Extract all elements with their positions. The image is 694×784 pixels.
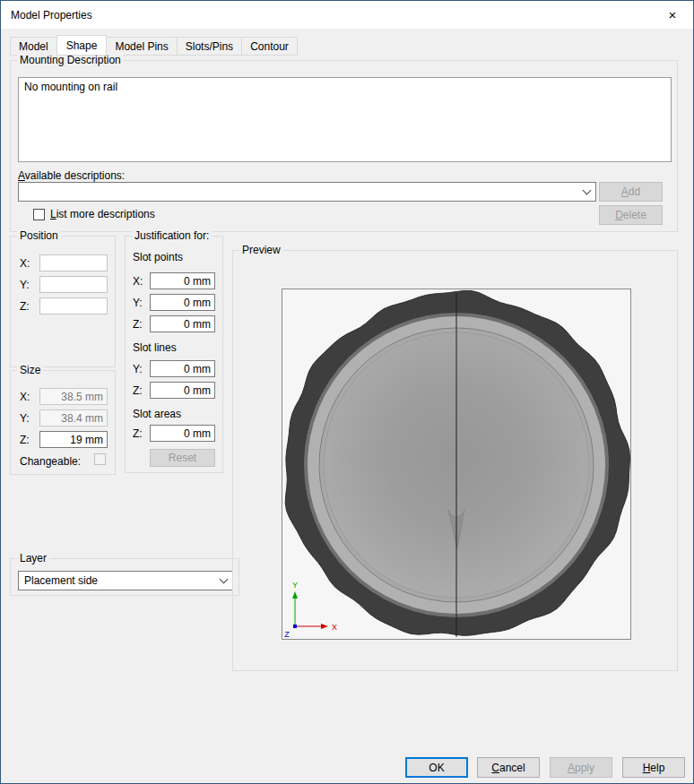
chevron-down-icon — [583, 185, 592, 194]
size-x-input — [39, 388, 108, 405]
layer-group: Layer Placement side — [10, 558, 239, 596]
z-axis-label: Z — [284, 630, 290, 639]
cancel-button[interactable]: Cancel — [477, 757, 540, 778]
add-button-label: Add — [621, 185, 640, 198]
window-title: Model Properties — [11, 9, 92, 22]
list-more-descriptions-checkbox[interactable] — [33, 209, 45, 220]
preview-group: Preview — [232, 250, 678, 671]
model-preview-canvas: Y X Z — [282, 289, 630, 639]
slot-points-z-input[interactable] — [150, 315, 215, 332]
help-button[interactable]: Help — [622, 757, 685, 778]
slot-lines-label: Slot lines — [133, 341, 177, 354]
delete-button: Delete — [599, 205, 663, 225]
add-button: Add — [599, 182, 663, 202]
position-y-label: Y: — [20, 279, 30, 291]
tab-model-pins[interactable]: Model Pins — [106, 37, 177, 56]
changeable-label: Changeable: — [20, 455, 81, 468]
close-icon: × — [669, 7, 677, 22]
position-x-input[interactable] — [39, 254, 108, 271]
size-z-input[interactable] — [39, 431, 108, 448]
slot-points-y-input[interactable] — [150, 294, 215, 311]
apply-button-label: Apply — [568, 762, 594, 774]
justification-group-label: Justification for: — [132, 229, 212, 242]
position-x-label: X: — [20, 257, 30, 270]
slot-points-y-label: Y: — [133, 297, 143, 309]
reset-button: Reset — [150, 449, 215, 467]
position-z-input[interactable] — [39, 297, 108, 314]
slot-lines-y-input[interactable] — [150, 360, 215, 377]
help-button-label: Help — [643, 762, 665, 774]
preview-viewport: Y X Z — [282, 289, 631, 640]
layer-combo[interactable]: Placement side — [18, 571, 233, 590]
size-y-label: Y: — [20, 412, 30, 425]
list-more-descriptions-label: List more descriptions — [50, 208, 155, 220]
model-properties-dialog: Model Properties × Model Shape Model Pin… — [0, 0, 694, 784]
mounting-description-group-label: Mounting Description — [17, 54, 124, 66]
preview-group-label: Preview — [239, 244, 283, 256]
slot-lines-y-label: Y: — [133, 363, 143, 375]
ok-button[interactable]: OK — [405, 757, 468, 778]
chevron-down-icon — [220, 574, 229, 583]
size-x-label: X: — [20, 391, 30, 403]
slot-lines-z-input[interactable] — [150, 382, 215, 399]
list-more-descriptions-row: List more descriptions — [33, 208, 155, 220]
ok-button-label: OK — [429, 762, 444, 774]
y-axis-arrow-icon — [292, 591, 298, 599]
reset-button-label: Reset — [169, 452, 196, 464]
close-button[interactable]: × — [652, 1, 693, 29]
size-group: Size X: Y: Z: Changeable: — [10, 370, 116, 475]
size-z-label: Z: — [20, 434, 30, 446]
slot-points-x-input[interactable] — [150, 272, 215, 289]
z-axis-origin-icon — [293, 625, 297, 628]
titlebar[interactable]: Model Properties × — [1, 1, 693, 29]
justification-group: Justification for: Slot points X: Y: Z: … — [125, 236, 223, 473]
slot-points-z-label: Z: — [133, 318, 143, 331]
x-axis-label: X — [332, 623, 337, 632]
tab-strip: Model Shape Model Pins Slots/Pins Contou… — [10, 35, 297, 56]
delete-button-label: Delete — [615, 209, 646, 221]
tab-model[interactable]: Model — [10, 37, 57, 56]
position-group: Position X: Y: Z: — [10, 236, 116, 367]
position-y-input[interactable] — [39, 276, 108, 293]
changeable-checkbox — [94, 453, 106, 465]
y-axis-label: Y — [292, 581, 298, 590]
position-group-label: Position — [17, 229, 61, 242]
apply-button: Apply — [550, 757, 612, 778]
cancel-button-label: Cancel — [491, 762, 525, 774]
tab-shape[interactable]: Shape — [56, 35, 108, 56]
size-y-input — [39, 409, 108, 426]
axis-triad: Y X Z — [284, 581, 337, 639]
slot-points-label: Slot points — [133, 251, 183, 263]
size-group-label: Size — [17, 364, 43, 376]
x-axis-arrow-icon — [321, 624, 328, 629]
layer-group-label: Layer — [17, 552, 49, 564]
slot-areas-z-input[interactable] — [150, 425, 215, 442]
available-descriptions-label: Available descriptions: — [18, 169, 125, 182]
tab-slots-pins[interactable]: Slots/Pins — [177, 37, 242, 56]
mounting-description-box[interactable]: No mounting on rail — [18, 77, 672, 162]
slot-points-x-label: X: — [133, 275, 143, 288]
slot-areas-z-label: Z: — [133, 427, 143, 440]
layer-combo-value: Placement side — [24, 574, 98, 587]
available-descriptions-combo[interactable] — [18, 182, 596, 202]
slot-areas-label: Slot areas — [133, 408, 181, 420]
tab-contour[interactable]: Contour — [241, 37, 298, 56]
mounting-description-group: Mounting Description No mounting on rail… — [10, 60, 678, 232]
position-z-label: Z: — [20, 300, 30, 313]
slot-lines-z-label: Z: — [133, 384, 143, 397]
